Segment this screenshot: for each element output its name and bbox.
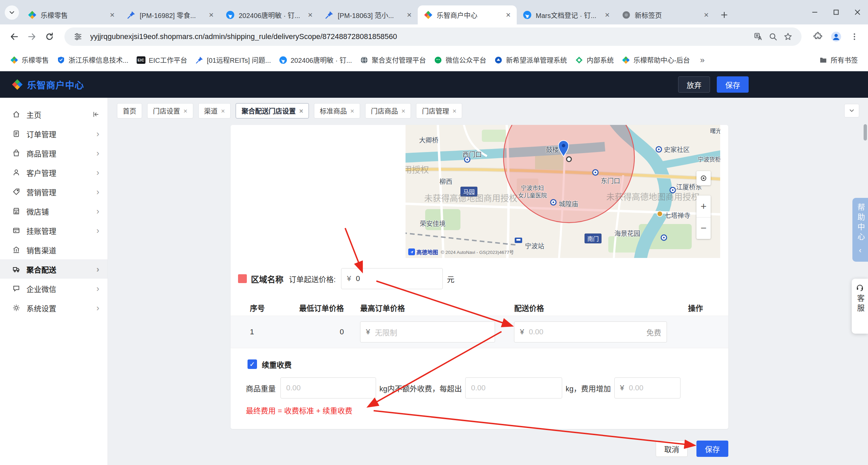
weight-fee-label: 续重收费 <box>262 359 292 370</box>
tab-close-icon[interactable]: × <box>108 11 116 19</box>
workspace-tab[interactable]: 门店商品× <box>365 103 411 118</box>
tab-close-icon[interactable]: × <box>452 108 456 114</box>
url-text[interactable]: yyjjrqgubnexjsi19eof.shopmars.cn/admin/s… <box>90 32 751 41</box>
bookmark-item[interactable]: 聚合支付管理平台 <box>356 52 430 68</box>
bookmark-star-icon[interactable] <box>781 29 795 44</box>
tab-close-icon[interactable]: × <box>703 11 710 19</box>
tab-close-icon[interactable]: × <box>505 11 512 19</box>
scrollbar-thumb[interactable] <box>864 124 867 141</box>
bookmark-item[interactable]: 新希望派单管理系统 <box>490 52 571 68</box>
browser-tab[interactable]: [PM-16982] 零食... × <box>121 5 220 24</box>
help-center-widget[interactable]: 帮助中心 ‹ <box>852 198 868 262</box>
back-button[interactable] <box>5 28 23 45</box>
header-save-button[interactable]: 保存 <box>717 76 749 93</box>
reload-button[interactable] <box>41 28 58 45</box>
sidebar-item-credit[interactable]: 挂账管理 › <box>0 221 107 240</box>
tab-close-icon[interactable]: × <box>406 11 413 19</box>
sidebar-item-goods[interactable]: 商品管理 › <box>0 143 107 163</box>
sidebar-item-delivery[interactable]: 聚合配送 › <box>0 259 107 279</box>
tab-close-icon[interactable]: × <box>208 11 215 19</box>
base-weight-input[interactable]: 0.00 <box>280 377 376 398</box>
browser-tab[interactable]: Mars文档登记 · 钉... × <box>517 5 616 24</box>
tab-close-icon[interactable]: × <box>307 11 314 19</box>
browser-tab[interactable]: 202406唐明敏 · 钉... × <box>220 5 319 24</box>
maximize-button[interactable] <box>825 0 847 24</box>
workspace-tab[interactable]: 门店管理× <box>416 103 462 118</box>
bookmark-item[interactable]: 202406唐明敏 · 钉... <box>275 52 356 68</box>
bookmark-item[interactable]: EICEIC工作平台 <box>133 52 191 68</box>
browser-tab-active[interactable]: 乐智商户中心 × <box>418 5 517 24</box>
tab-close-icon[interactable]: × <box>221 108 225 114</box>
tab-close-icon[interactable]: × <box>350 108 354 114</box>
browser-tab[interactable]: 乐檬零售 × <box>22 5 121 24</box>
tab-overflow-button[interactable] <box>844 104 859 117</box>
address-bar[interactable]: yyjjrqgubnexjsi19eof.shopmars.cn/admin/s… <box>64 27 802 46</box>
tab-close-icon[interactable]: × <box>604 11 611 19</box>
minimize-button[interactable] <box>804 0 825 24</box>
bookmark-label: 浙江乐檬信息技术... <box>68 55 129 65</box>
sidebar-item-customers[interactable]: 客户管理 › <box>0 163 107 182</box>
zoom-in-button[interactable]: + <box>696 196 711 218</box>
workspace-tab-active[interactable]: 聚合配送门店设置× <box>236 103 309 118</box>
sidebar-item-orders[interactable]: 订单管理 › <box>0 124 107 143</box>
zoom-icon[interactable] <box>766 29 781 44</box>
customer-service-widget[interactable]: 客服 <box>852 279 868 334</box>
new-tab-button[interactable] <box>717 7 732 22</box>
col-header: 操作 <box>688 302 728 313</box>
save-button[interactable]: 保存 <box>696 441 728 457</box>
all-bookmarks-button[interactable]: 所有书签 <box>815 52 862 68</box>
workspace-tab-bar: 首页 门店设置× 渠道× 聚合配送门店设置× 标准商品× 门店商品× 门店管理× <box>108 98 868 123</box>
extensions-icon[interactable] <box>810 29 826 45</box>
sidebar-item-home[interactable]: 主页 <box>0 105 107 124</box>
train-station-icon <box>515 238 522 243</box>
workspace-tab[interactable]: 标准商品× <box>314 103 360 118</box>
headset-icon <box>856 283 864 292</box>
close-button[interactable] <box>847 0 868 24</box>
zoom-out-button[interactable]: − <box>696 218 711 239</box>
bookmark-item[interactable]: 微信公众平台 <box>430 52 490 68</box>
workspace-tab[interactable]: 渠道× <box>198 103 231 118</box>
sidebar-item-wecom[interactable]: 企业微信 › <box>0 279 107 298</box>
excess-weight-input[interactable]: 0.00 <box>465 377 562 398</box>
map-label: 东门口 <box>601 176 620 185</box>
bookmark-label: 202406唐明敏 · 钉... <box>291 55 352 65</box>
workspace-tab[interactable]: 门店设置× <box>147 103 193 118</box>
delivery-price-input[interactable]: ¥0.00免费 <box>514 321 667 342</box>
bookmark-item[interactable]: 内部系统 <box>571 52 618 68</box>
tab-close-icon[interactable]: × <box>401 108 406 114</box>
forward-button[interactable] <box>23 28 41 45</box>
profile-avatar[interactable] <box>828 29 844 45</box>
gear-icon <box>12 304 20 312</box>
browser-tab[interactable]: [PM-18063] 范小... × <box>319 5 418 24</box>
cancel-button[interactable]: 取消 <box>656 441 688 457</box>
tab-close-icon[interactable]: × <box>183 108 188 114</box>
tab-close-icon[interactable]: × <box>299 108 303 114</box>
bookmark-item[interactable]: [01远程REITs] 问题... <box>191 52 275 68</box>
site-settings-icon[interactable] <box>71 29 85 44</box>
sidebar-collapse-icon[interactable] <box>92 111 99 118</box>
browser-tab[interactable]: 新标签页 × <box>616 5 715 24</box>
max-order-price-input[interactable]: ¥无限制 <box>360 321 495 342</box>
min-order-price-input[interactable]: ¥ 0 <box>341 268 443 289</box>
bookmark-item[interactable]: 乐檬帮助中心-后台 <box>618 52 694 68</box>
tab-search-button[interactable] <box>5 5 19 20</box>
weight-fee-checkbox[interactable]: ✓ <box>248 359 257 369</box>
sidebar-item-marketing[interactable]: 营销管理 › <box>0 182 107 201</box>
bookmark-item[interactable]: 浙江乐檬信息技术... <box>53 52 133 68</box>
fee-increase-input[interactable]: ¥0.00 <box>614 377 680 398</box>
sidebar-item-microshop[interactable]: 微店铺 › <box>0 201 107 221</box>
discard-button[interactable]: 放弃 <box>678 76 710 93</box>
sidebar-item-channels[interactable]: 销售渠道 <box>0 240 107 259</box>
bookmark-item[interactable]: 乐檬零售 <box>6 52 53 68</box>
workspace-tab-home[interactable]: 首页 <box>117 103 142 118</box>
storefront-icon <box>12 207 20 215</box>
menu-kebab-icon[interactable] <box>846 29 863 45</box>
bookmarks-overflow-chevron[interactable]: » <box>700 55 705 65</box>
app-brand-title: 乐智商户中心 <box>27 78 84 91</box>
map-locate-button[interactable] <box>696 171 711 185</box>
app-content: 首页 门店设置× 渠道× 聚合配送门店设置× 标准商品× 门店商品× 门店管理× <box>108 98 868 465</box>
sidebar-item-label: 销售渠道 <box>26 244 93 255</box>
sidebar-item-settings[interactable]: 系统设置 › <box>0 298 107 317</box>
translate-icon[interactable] <box>751 29 766 44</box>
delivery-map[interactable]: 大卿桥 西门口 鼓楼 史家社区 宁波货柜 曙光 柳西 马园 东门口 江厦桥东 未… <box>406 125 720 258</box>
